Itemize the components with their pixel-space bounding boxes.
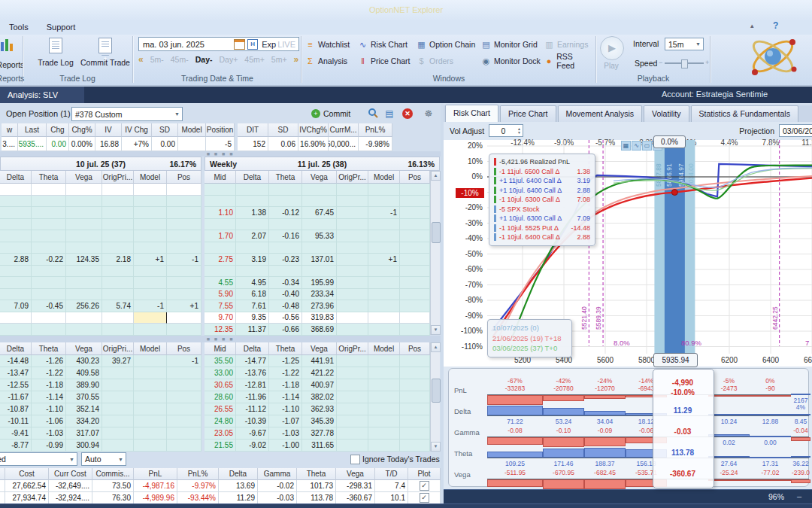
speed-slider-thumb[interactable] [681, 59, 688, 68]
tab-volatility[interactable]: Volatility [644, 105, 689, 122]
cell[interactable] [337, 403, 368, 415]
cell[interactable] [400, 289, 430, 301]
cell[interactable] [134, 242, 167, 254]
cell[interactable] [167, 277, 201, 289]
cell[interactable] [66, 230, 102, 242]
cell[interactable]: 311.65 [302, 440, 337, 452]
cell[interactable] [337, 300, 368, 312]
cell[interactable]: 2.18 [102, 254, 134, 266]
cell[interactable] [102, 184, 134, 196]
cell[interactable] [32, 324, 66, 336]
cell[interactable] [134, 355, 167, 367]
speed-minus[interactable]: − [659, 59, 662, 66]
cell[interactable]: -12.81 [236, 379, 269, 391]
cell[interactable]: -0.23 [269, 254, 302, 266]
step-Day+[interactable]: Day+ [219, 55, 238, 64]
cell[interactable] [167, 312, 201, 324]
cell[interactable] [134, 379, 167, 391]
cell[interactable] [167, 367, 201, 379]
plot-mode-select[interactable]: Combined▼ [0, 452, 77, 466]
vol-adjust-spinner[interactable]: 0 ▲▼ [489, 124, 523, 137]
chart-tool-button[interactable]: ▭ [642, 141, 652, 151]
cell[interactable]: 2.75 [205, 254, 236, 266]
cell[interactable] [400, 379, 430, 391]
cell[interactable]: 370.55 [66, 391, 102, 403]
cell[interactable]: -1.07 [269, 415, 302, 427]
cell[interactable] [337, 219, 368, 231]
cell[interactable] [337, 324, 368, 336]
cell[interactable] [337, 242, 368, 254]
step-45m-[interactable]: 45m- [171, 55, 189, 64]
cell[interactable] [102, 242, 134, 254]
cell[interactable]: 362.93 [302, 403, 337, 415]
cell[interactable] [337, 196, 368, 208]
cell[interactable] [400, 367, 430, 379]
cell[interactable]: -1.00 [269, 440, 302, 452]
cell[interactable]: -1 [167, 355, 201, 367]
chart-tool-button[interactable]: ▦ [621, 141, 631, 151]
cell[interactable]: 12.35 [205, 324, 236, 336]
cell[interactable] [368, 355, 400, 367]
cell[interactable] [400, 266, 430, 278]
scroll-down-button[interactable]: ▼ [431, 442, 441, 452]
cell[interactable] [102, 367, 134, 379]
step-Day-[interactable]: Day- [195, 55, 213, 64]
cell[interactable] [368, 184, 400, 196]
cell[interactable]: -14.48 [0, 355, 32, 367]
cell[interactable]: -13.76 [236, 367, 269, 379]
cell[interactable]: 1.38 [236, 207, 269, 219]
cell[interactable]: -1.06 [32, 415, 66, 427]
cell[interactable]: -1 [167, 254, 201, 266]
tab-movement-analysis[interactable]: Movement Analysis [558, 105, 642, 122]
cell[interactable] [205, 184, 236, 196]
cell[interactable] [400, 196, 430, 208]
play-button[interactable]: ▶ [600, 36, 624, 60]
reports-button[interactable]: Reports [0, 60, 23, 69]
cell[interactable] [167, 415, 201, 427]
auto-select[interactable]: Auto▼ [81, 452, 126, 466]
cell[interactable]: -1 [134, 300, 167, 312]
cell[interactable] [102, 403, 134, 415]
window-button-analysis[interactable]: ΣAnalysis [305, 55, 358, 67]
cell[interactable] [102, 219, 134, 231]
cell[interactable] [337, 379, 368, 391]
window-button-monitor-grid[interactable]: ▤Monitor Grid [481, 38, 544, 50]
cell[interactable]: -1.14 [32, 391, 66, 403]
cell[interactable] [0, 242, 32, 254]
cell[interactable] [0, 207, 32, 219]
cell[interactable] [134, 367, 167, 379]
cell[interactable] [134, 427, 167, 440]
cell[interactable] [400, 219, 430, 231]
cell[interactable]: 24.80 [205, 415, 236, 427]
cell[interactable] [102, 415, 134, 427]
cell[interactable]: -10.87 [0, 403, 32, 415]
cell[interactable]: -10.39 [236, 415, 269, 427]
speed-plus[interactable]: + [705, 59, 709, 66]
cell[interactable]: 23.05 [205, 427, 236, 440]
scroll-up-button[interactable]: ▲ [431, 342, 441, 352]
cell[interactable]: 35.50 [205, 355, 236, 367]
cell[interactable] [134, 207, 167, 219]
cell[interactable]: -0.40 [269, 289, 302, 301]
search-icon[interactable] [367, 108, 379, 120]
cell[interactable] [368, 230, 400, 242]
window-button-watchlist[interactable]: ≡Watchlist [305, 38, 358, 50]
step-5m-[interactable]: 5m- [150, 55, 164, 64]
plot-checkbox[interactable]: ✓ [420, 481, 429, 491]
cell[interactable]: -1.03 [269, 427, 302, 440]
cell[interactable]: 39.27 [102, 355, 134, 367]
cell[interactable] [167, 184, 201, 196]
cell[interactable] [205, 242, 236, 254]
cell[interactable]: -1.10 [269, 403, 302, 415]
cell[interactable] [337, 355, 368, 367]
cell[interactable] [102, 266, 134, 278]
cell[interactable] [269, 196, 302, 208]
cell[interactable] [337, 312, 368, 324]
cell[interactable] [368, 391, 400, 403]
help-icon[interactable]: ? [773, 20, 778, 31]
window-button-option-chain[interactable]: ▦Option Chain [417, 38, 481, 50]
cell[interactable]: 7.61 [236, 300, 269, 312]
cell[interactable]: 95.33 [302, 230, 337, 242]
cell[interactable]: -0.66 [269, 324, 302, 336]
cell[interactable]: 7.55 [205, 300, 236, 312]
